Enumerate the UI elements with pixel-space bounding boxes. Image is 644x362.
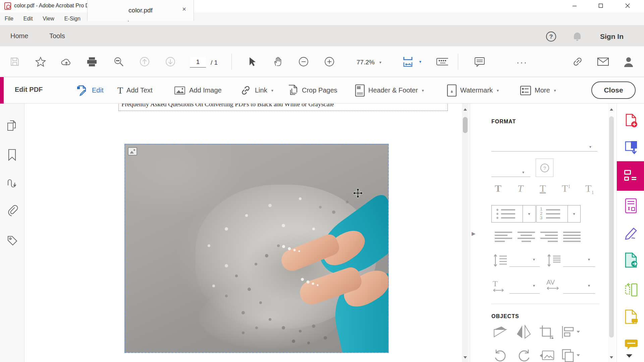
align-justify-button[interactable] (563, 232, 582, 243)
scroll-up-icon[interactable] (464, 108, 467, 111)
more-tools-chevron-icon[interactable] (626, 354, 632, 358)
zoom-in-icon[interactable] (323, 56, 335, 68)
tab-document[interactable]: color.pdf × (87, 0, 194, 21)
watermark-dropdown-button[interactable]: Watermark ▾ (447, 77, 499, 104)
attachments-icon[interactable] (7, 204, 18, 218)
scrollbar-thumb[interactable] (609, 116, 614, 338)
maximize-button[interactable] (593, 0, 608, 11)
superscript-button[interactable]: T1 (562, 183, 571, 194)
scroll-up-icon[interactable] (610, 108, 613, 111)
scroll-down-icon[interactable] (610, 356, 613, 359)
bullet-list-dropdown[interactable]: ▾ (523, 205, 535, 222)
profile-icon[interactable] (623, 56, 635, 68)
scroll-down-icon[interactable] (464, 356, 467, 359)
flip-horizontal-button[interactable] (516, 325, 531, 340)
select-tool-icon[interactable] (246, 56, 258, 68)
page-number-field[interactable] (190, 57, 206, 67)
search-icon[interactable] (113, 56, 125, 68)
help-icon[interactable]: ? (546, 32, 556, 42)
star-icon[interactable] (35, 56, 47, 68)
edit-pdf-tool-active[interactable] (617, 161, 644, 191)
rotate-clockwise-button[interactable] (516, 348, 531, 362)
link-dropdown-button[interactable]: Link ▾ (240, 77, 273, 104)
more-tools-icon[interactable]: ··· (517, 58, 528, 67)
close-edit-pdf-button[interactable]: Close (591, 81, 636, 99)
tags-icon[interactable] (7, 235, 18, 248)
numbered-list-dropdown[interactable]: ▾ (568, 205, 580, 222)
char-spacing-dropdown[interactable]: ▾ (588, 283, 590, 288)
align-center-button[interactable] (518, 232, 536, 243)
replace-image-button[interactable] (539, 349, 555, 362)
expand-right-pane-handle[interactable]: ▶ (472, 231, 476, 237)
italic-button[interactable]: T (518, 183, 523, 194)
document-canvas[interactable]: Frequently Asked Questions On Converting… (25, 104, 462, 362)
add-text-button[interactable]: T Add Text (117, 77, 153, 104)
align-left-button[interactable] (495, 232, 514, 243)
add-image-button[interactable]: Add Image (174, 77, 222, 104)
align-objects-dropdown-button[interactable] (561, 325, 581, 340)
fill-and-sign-tool-icon[interactable] (624, 226, 638, 240)
destinations-icon[interactable] (7, 178, 18, 191)
minimize-button[interactable] (567, 0, 582, 11)
crop-pages-button[interactable]: Crop Pages (287, 77, 337, 104)
line-spacing-underline (509, 266, 540, 267)
comment-icon[interactable] (474, 56, 486, 68)
align-right-button[interactable] (540, 232, 559, 243)
bold-button[interactable]: T (495, 183, 501, 194)
font-size-dropdown[interactable]: ▾ (522, 170, 524, 175)
export-pdf-tool-icon[interactable] (624, 252, 638, 266)
print-icon[interactable] (86, 56, 98, 68)
format-help-button[interactable]: ? (536, 159, 553, 177)
menu-file[interactable]: File (5, 16, 13, 22)
previous-page-icon[interactable] (139, 56, 151, 68)
sign-in-button[interactable]: Sign In (600, 33, 624, 41)
pdf-image-beach-feet[interactable] (124, 144, 389, 353)
next-page-icon[interactable] (164, 56, 176, 68)
page-thumbnails-icon[interactable] (7, 120, 18, 133)
bullet-list-button[interactable]: ▾ (491, 205, 536, 223)
scrollbar-thumb[interactable] (463, 117, 468, 133)
close-document-icon[interactable]: × (182, 5, 186, 13)
email-icon[interactable] (597, 56, 609, 68)
menu-esign[interactable]: E-Sign (64, 16, 80, 22)
horizontal-scale-dropdown[interactable]: ▾ (533, 283, 535, 288)
tab-tools[interactable]: Tools (49, 25, 65, 46)
rotate-counterclockwise-button[interactable] (493, 348, 508, 362)
combine-files-tool-icon[interactable] (624, 140, 638, 154)
zoom-out-icon[interactable] (298, 56, 310, 68)
organize-pages-tool-icon[interactable] (624, 283, 638, 297)
fit-width-dropdown[interactable]: ▾ (401, 55, 421, 68)
comment-tool-icon[interactable] (624, 339, 638, 353)
tab-home[interactable]: Home (10, 25, 28, 46)
menu-edit[interactable]: Edit (23, 16, 33, 22)
menu-view[interactable]: View (43, 16, 54, 22)
send-for-comments-tool-icon[interactable] (624, 309, 638, 323)
zoom-level-dropdown[interactable]: 77.2% ▾ (351, 56, 394, 68)
underline-button[interactable]: T (540, 183, 546, 194)
more-dropdown-button[interactable]: More ▾ (520, 77, 556, 104)
flip-vertical-button[interactable] (493, 325, 508, 340)
page-number-input[interactable] (190, 57, 206, 68)
crop-object-button[interactable] (539, 325, 554, 340)
share-link-icon[interactable] (572, 56, 584, 68)
document-scrollbar[interactable] (462, 104, 469, 362)
format-panel-scrollbar[interactable] (608, 104, 615, 362)
request-esignatures-tool-icon[interactable] (624, 198, 638, 212)
cloud-upload-icon[interactable] (60, 56, 72, 68)
hand-tool-icon[interactable] (272, 56, 284, 68)
save-icon[interactable] (9, 56, 21, 68)
bookmarks-icon[interactable] (7, 148, 17, 163)
paragraph-spacing-dropdown[interactable]: ▾ (588, 257, 590, 262)
close-window-button[interactable] (620, 0, 635, 11)
subscript-button[interactable]: T1 (585, 183, 594, 195)
header-footer-dropdown-button[interactable]: Header & Footer ▾ (355, 77, 424, 104)
line-spacing-dropdown[interactable]: ▾ (533, 257, 535, 262)
numbered-list-button[interactable]: 123 ▾ (536, 205, 581, 223)
pdf-heading-text-block[interactable]: Frequently Asked Questions On Converting… (118, 104, 448, 111)
font-family-dropdown[interactable]: ▾ (589, 144, 591, 149)
read-mode-icon[interactable] (436, 56, 448, 68)
edit-tool-button[interactable]: Edit (76, 77, 103, 104)
arrange-objects-dropdown-button[interactable] (561, 348, 581, 362)
notifications-bell-icon[interactable] (572, 32, 583, 42)
create-pdf-tool-icon[interactable] (624, 114, 638, 128)
